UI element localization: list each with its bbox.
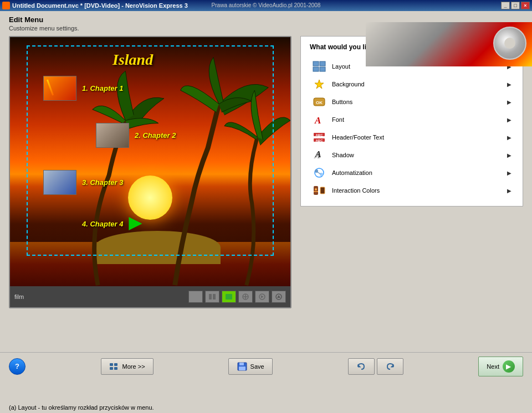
preview-background: Island 1. Chapter 1 2. Chapter 2 (10, 37, 290, 286)
chapter-2-label: 2. Chapter 2 (135, 131, 176, 140)
header-footer-icon: ABCABC (312, 131, 326, 143)
preview-btn-3[interactable] (222, 291, 236, 303)
option-interaction-colors-label: Interaction Colors (332, 187, 380, 194)
svg-rect-6 (226, 294, 232, 300)
more-button-label: More >> (122, 363, 145, 370)
svg-point-31 (315, 188, 317, 190)
main-window: Edit Menu Customize menu settings. (0, 11, 532, 396)
option-shadow-arrow: ▶ (507, 152, 511, 158)
preview-btn-1[interactable] (188, 291, 203, 303)
undo-redo-group (348, 358, 403, 375)
shadow-icon: AA (312, 149, 326, 161)
preview-btn-4[interactable] (238, 291, 253, 303)
svg-rect-4 (209, 294, 212, 300)
content-area: Island 1. Chapter 1 2. Chapter 2 (0, 36, 532, 308)
font-icon: A (312, 113, 326, 126)
save-button-label: Save (250, 363, 264, 370)
svg-rect-36 (110, 367, 113, 370)
next-arrow-icon: ▶ (503, 360, 515, 373)
svg-rect-12 (313, 61, 319, 66)
bottom-bar: ? More >> Save Next ▶ (0, 352, 532, 380)
automatization-icon (312, 167, 326, 179)
option-buttons-label: Buttons (332, 99, 352, 105)
island-land (94, 231, 221, 264)
chapter-4-item: 4. Chapter 4 (82, 217, 142, 230)
preview-canvas: Island 1. Chapter 1 2. Chapter 2 (10, 37, 290, 286)
option-interaction-colors[interactable]: Interaction Colors ▶ (310, 182, 514, 199)
svg-rect-0 (192, 293, 195, 296)
svg-rect-40 (239, 366, 245, 370)
next-button[interactable]: Next ▶ (478, 357, 523, 376)
preview-btn-6[interactable] (272, 291, 286, 303)
svg-text:A: A (315, 149, 321, 159)
svg-rect-1 (196, 293, 200, 296)
option-background[interactable]: Background ▶ (310, 75, 514, 93)
svg-text:OK: OK (316, 100, 323, 105)
interaction-colors-icon (312, 184, 326, 197)
more-button[interactable]: More >> (101, 358, 154, 375)
minimize-button[interactable]: _ (501, 2, 510, 9)
chapter-3-label: 3. Chapter 3 (82, 178, 123, 187)
svg-rect-37 (114, 367, 117, 370)
buttons-icon: OK (312, 96, 326, 108)
option-header-footer-label: Header/Footer Text (332, 134, 384, 141)
option-background-label: Background (332, 81, 365, 87)
svg-text:A: A (314, 115, 321, 125)
right-panel: What would you like to change? Layout ▶ (300, 36, 523, 308)
svg-text:ABC: ABC (316, 133, 324, 137)
svg-rect-2 (192, 297, 195, 300)
option-font-label: Font (332, 116, 344, 123)
preview-panel: Island 1. Chapter 1 2. Chapter 2 (9, 36, 291, 308)
background-icon (312, 78, 326, 90)
chapter-1-item: 1. Chapter 1 (43, 76, 123, 101)
option-buttons[interactable]: OK Buttons ▶ (310, 93, 514, 111)
maximize-button[interactable]: □ (511, 2, 520, 9)
svg-rect-33 (320, 187, 325, 194)
next-button-label: Next (487, 363, 499, 370)
svg-rect-3 (196, 297, 200, 300)
svg-line-29 (318, 172, 320, 174)
banner-decoration (366, 22, 532, 66)
window-title: Untitled Document.nvc * [DVD-Video] - Ne… (12, 2, 188, 9)
close-button[interactable]: × (521, 2, 530, 9)
svg-rect-14 (313, 67, 319, 71)
chapter-2-thumb (96, 123, 129, 148)
undo-icon (356, 362, 366, 371)
window-controls[interactable]: _ □ × (501, 2, 530, 9)
option-background-arrow: ▶ (507, 81, 511, 87)
undo-button[interactable] (348, 358, 375, 375)
preview-film-label: film (14, 293, 24, 300)
svg-rect-13 (320, 61, 325, 66)
save-icon (237, 362, 247, 371)
option-interaction-colors-arrow: ▶ (507, 188, 511, 194)
option-header-footer[interactable]: ABCABC Header/Footer Text ▶ (310, 128, 514, 146)
option-layout-label: Layout (332, 63, 350, 70)
footer-text: (a) Layout - tu określamy rozkład przyci… (9, 404, 154, 411)
option-font[interactable]: A Font ▶ (310, 111, 514, 128)
svg-rect-35 (114, 363, 117, 366)
chapter-2-item: 2. Chapter 2 (96, 123, 176, 148)
svg-rect-15 (320, 67, 325, 71)
redo-icon (385, 362, 395, 371)
chapter-4-label: 4. Chapter 4 (82, 220, 123, 228)
preview-btn-2[interactable] (205, 291, 219, 303)
svg-marker-16 (315, 80, 324, 89)
preview-btn-5[interactable] (255, 291, 269, 303)
chapter-1-label: 1. Chapter 1 (82, 84, 123, 92)
chapter-1-thumb (43, 76, 76, 101)
layout-icon (312, 60, 326, 73)
help-button[interactable]: ? (9, 358, 25, 375)
svg-rect-34 (110, 363, 113, 366)
option-automatization[interactable]: Automatization ▶ (310, 164, 514, 182)
svg-text:ABC: ABC (316, 139, 324, 142)
title-bar: Untitled Document.nvc * [DVD-Video] - Ne… (0, 0, 532, 11)
option-shadow-label: Shadow (332, 152, 354, 158)
preview-toolbar: film (10, 286, 290, 307)
save-button[interactable]: Save (228, 358, 273, 375)
option-font-arrow: ▶ (507, 117, 511, 123)
option-automatization-label: Automatization (332, 169, 372, 176)
preview-control-buttons[interactable] (188, 291, 286, 303)
redo-button[interactable] (377, 358, 403, 375)
option-automatization-arrow: ▶ (507, 170, 511, 176)
option-shadow[interactable]: AA Shadow ▶ (310, 146, 514, 164)
